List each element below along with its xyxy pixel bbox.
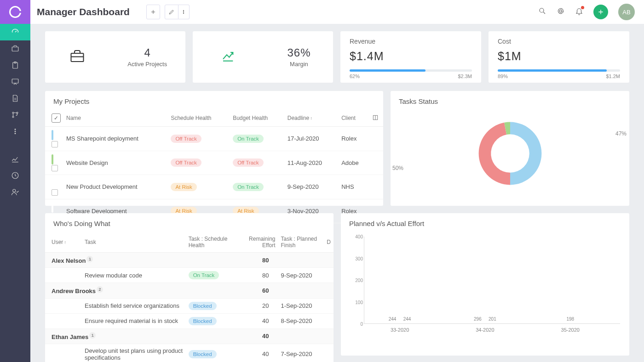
add-button[interactable] bbox=[146, 5, 160, 19]
cell-remaining: 40 bbox=[237, 344, 278, 362]
row-checkbox[interactable] bbox=[52, 189, 58, 196]
who-panel: Who's Doing What User↑ Task Task : Sched… bbox=[45, 213, 334, 362]
kpi-revenue: Revenue $1.4M 62%$2.3M bbox=[340, 31, 481, 83]
svg-point-8 bbox=[15, 131, 16, 132]
kpi-label: Margin bbox=[287, 61, 310, 68]
cell-remaining: 40 bbox=[237, 313, 278, 328]
group-row[interactable]: Alex Nelson180 bbox=[45, 253, 334, 268]
nav-clock[interactable] bbox=[0, 167, 30, 184]
donut-label-47: 47% bbox=[615, 130, 627, 137]
nav-user-settings[interactable] bbox=[0, 184, 30, 200]
cell-planned: 9-Sep-2020 bbox=[278, 268, 324, 283]
trend-icon bbox=[215, 49, 242, 65]
col-remaining[interactable]: Remaining Effort bbox=[237, 232, 278, 253]
app-logo[interactable] bbox=[0, 0, 30, 24]
schedule-pill: Off Track bbox=[171, 135, 201, 143]
user-avatar[interactable]: AB bbox=[618, 4, 635, 20]
cell-planned: 1-Sep-2020 bbox=[278, 298, 324, 313]
col-schedule[interactable]: Schedule Health bbox=[168, 110, 230, 127]
group-row[interactable]: Andrew Brooks260 bbox=[45, 283, 334, 298]
schedule-pill: At Risk bbox=[171, 183, 196, 191]
nav-dashboard[interactable] bbox=[0, 24, 30, 40]
columns-icon bbox=[372, 114, 379, 121]
search-button[interactable] bbox=[538, 7, 546, 17]
columns-button[interactable] bbox=[369, 110, 383, 127]
row-checkbox[interactable] bbox=[52, 165, 58, 171]
page-title: Manager Dashboard bbox=[37, 6, 130, 17]
notifications-button[interactable] bbox=[575, 7, 583, 17]
kpi-label: Active Projects bbox=[127, 61, 167, 68]
col-task[interactable]: Task bbox=[82, 232, 186, 253]
task-row[interactable]: Develop unit test plans using product sp… bbox=[45, 344, 334, 362]
svg-rect-3 bbox=[12, 79, 18, 83]
cell-client: Rolex bbox=[339, 127, 369, 151]
topbar: Manager Dashboard AB bbox=[30, 0, 644, 24]
table-row[interactable]: MS Sharepoint deployment Off Track On Tr… bbox=[45, 127, 383, 151]
task-row[interactable]: Establish field service organizations Bl… bbox=[45, 298, 334, 313]
global-add-button[interactable] bbox=[593, 5, 608, 19]
col-budget[interactable]: Budget Health bbox=[230, 110, 285, 127]
at-icon bbox=[557, 7, 565, 15]
col-name[interactable]: Name bbox=[63, 110, 168, 127]
sidebar bbox=[0, 0, 30, 362]
mentions-button[interactable] bbox=[557, 7, 565, 17]
kpi-active-projects: 4 Active Projects bbox=[45, 31, 185, 83]
page-menu-button[interactable] bbox=[178, 5, 190, 19]
nav-briefcase[interactable] bbox=[0, 40, 30, 57]
edit-button[interactable] bbox=[165, 5, 178, 19]
cell-task: Ensure required material is in stock bbox=[82, 313, 186, 328]
cell-task: Develop unit test plans using product sp… bbox=[82, 344, 186, 362]
nav-clipboard[interactable] bbox=[0, 57, 30, 74]
task-row[interactable]: Ensure required material is in stock Blo… bbox=[45, 313, 334, 328]
group-row[interactable]: Ethan James140 bbox=[45, 328, 334, 344]
nav-document[interactable] bbox=[0, 90, 30, 107]
cell-task: Review modular code bbox=[82, 268, 186, 283]
plus-icon bbox=[150, 9, 156, 15]
svg-rect-17 bbox=[71, 53, 83, 62]
svg-point-13 bbox=[184, 11, 184, 12]
budget-pill: On Track bbox=[233, 183, 264, 191]
cell-remaining: 80 bbox=[237, 268, 278, 283]
nav-analytics[interactable] bbox=[0, 151, 30, 167]
tasks-status-panel: Tasks Status 50% 47% bbox=[391, 91, 629, 206]
kpi-margin: 36% Margin bbox=[193, 31, 333, 83]
progress-bar bbox=[498, 69, 620, 72]
svg-point-9 bbox=[15, 133, 16, 134]
pencil-icon bbox=[168, 9, 175, 15]
presentation-icon bbox=[11, 78, 19, 86]
task-row[interactable]: Review modular code On Track 80 9-Sep-20… bbox=[45, 268, 334, 283]
progress-bar bbox=[350, 69, 472, 72]
projects-panel: My Projects ✓ Name Schedule Health Budge… bbox=[45, 91, 383, 206]
table-row[interactable]: New Product Development At Risk On Track… bbox=[45, 175, 383, 199]
schedule-pill: Off Track bbox=[171, 158, 201, 167]
nav-more[interactable] bbox=[0, 123, 30, 140]
kpi-value: 36% bbox=[287, 46, 310, 59]
kpi-value: $1M bbox=[498, 50, 620, 63]
col-deadline[interactable]: Deadline↑ bbox=[285, 110, 339, 127]
svg-point-11 bbox=[13, 189, 16, 192]
progress-total: $2.3M bbox=[458, 74, 472, 79]
progress-pct: 62% bbox=[350, 74, 360, 79]
cell-planned: 7-Sep-2020 bbox=[278, 344, 324, 362]
clipboard-icon bbox=[11, 61, 19, 69]
svg-point-12 bbox=[184, 10, 184, 11]
nav-presentation[interactable] bbox=[0, 74, 30, 90]
col-schedule-health[interactable]: Task : Schedule Health bbox=[186, 232, 237, 253]
panel-title: Planned v/s Actual Effort bbox=[341, 213, 629, 232]
progress-pct: 89% bbox=[498, 74, 508, 79]
cell-name: Website Design bbox=[63, 151, 168, 175]
nav-branch[interactable] bbox=[0, 107, 30, 123]
effort-panel: Planned v/s Actual Effort 0100200300400 … bbox=[341, 213, 629, 356]
col-planned-finish[interactable]: Task : Planned Finish bbox=[278, 232, 324, 253]
col-d[interactable]: D bbox=[324, 232, 334, 253]
cell-deadline: 11-Aug-2020 bbox=[285, 151, 339, 175]
col-client[interactable]: Client bbox=[339, 110, 369, 127]
table-row[interactable]: Website Design Off Track Off Track 11-Au… bbox=[45, 151, 383, 175]
health-pill: Blocked bbox=[189, 302, 217, 310]
row-checkbox[interactable] bbox=[52, 141, 58, 147]
svg-point-5 bbox=[12, 116, 14, 118]
col-user[interactable]: User↑ bbox=[45, 232, 82, 253]
select-all-checkbox[interactable]: ✓ bbox=[52, 113, 61, 123]
panel-title: Who's Doing What bbox=[45, 213, 334, 232]
svg-point-14 bbox=[184, 13, 184, 14]
